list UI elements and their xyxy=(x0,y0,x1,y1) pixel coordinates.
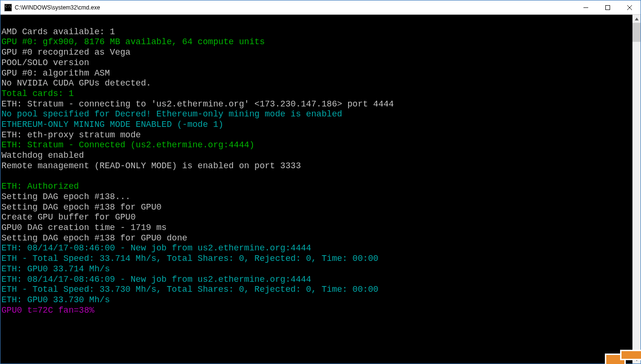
svg-rect-1 xyxy=(606,5,610,10)
console-line: GPU #0: gfx900, 8176 MB available, 64 co… xyxy=(1,37,631,48)
console-line: ETH - Total Speed: 33.714 Mh/s, Total Sh… xyxy=(1,254,631,264)
window-title: C:\WINDOWS\system32\cmd.exe xyxy=(15,4,575,11)
cmd-window: C:\WINDOWS\system32\cmd.exe AMD Cards av… xyxy=(0,0,641,364)
console-line: Create GPU buffer for GPU0 xyxy=(1,212,631,223)
console-line: Total cards: 1 xyxy=(1,89,631,99)
console-line: ETH: Stratum - connecting to 'us2.etherm… xyxy=(1,99,631,110)
console-line: Watchdog enabled xyxy=(1,151,631,161)
svg-marker-4 xyxy=(635,18,639,20)
console-line: Remote management (READ-ONLY MODE) is en… xyxy=(1,161,631,172)
console-line: Setting DAG epoch #138 for GPU0 xyxy=(1,202,631,213)
console-line: No pool specified for Decred! Ethereum-o… xyxy=(1,109,631,120)
console-line: ETH: eth-proxy stratum mode xyxy=(1,130,631,141)
console-line: GPU #0: algorithm ASM xyxy=(1,68,631,79)
console-line: POOL/SOLO version xyxy=(1,58,631,68)
console-area: AMD Cards available: 1GPU #0: gfx900, 81… xyxy=(0,15,641,364)
minimize-button[interactable] xyxy=(575,0,597,14)
svg-marker-5 xyxy=(635,358,639,361)
console-line: ETH: GPU0 33.714 Mh/s xyxy=(1,264,631,275)
console-line: GPU0 t=72C fan=38% xyxy=(1,306,631,316)
scroll-up-icon[interactable] xyxy=(632,15,641,23)
console-line: ETH: Stratum - Connected (us2.ethermine.… xyxy=(1,140,631,151)
console-line: GPU #0 recognized as Vega xyxy=(1,48,631,58)
console-line xyxy=(1,17,631,27)
console-line xyxy=(1,172,631,182)
cmd-icon xyxy=(4,4,12,11)
window-buttons xyxy=(575,0,641,14)
console-line: AMD Cards available: 1 xyxy=(1,27,631,38)
scrollbar[interactable] xyxy=(632,15,641,364)
console-line: Setting DAG epoch #138... xyxy=(1,192,631,202)
console-line: GPU0 DAG creation time - 1719 ms xyxy=(1,223,631,233)
maximize-button[interactable] xyxy=(597,0,619,14)
console-line: ETH: 08/14/17-08:46:00 - New job from us… xyxy=(1,243,631,254)
console-line: ETH: 08/14/17-08:46:09 - New job from us… xyxy=(1,275,631,285)
console-output[interactable]: AMD Cards available: 1GPU #0: gfx900, 81… xyxy=(0,15,632,364)
console-line: No NVIDIA CUDA GPUs detected. xyxy=(1,78,631,89)
scrollbar-thumb[interactable] xyxy=(632,23,641,42)
console-line: ETHEREUM-ONLY MINING MODE ENABLED (-mode… xyxy=(1,120,631,130)
console-line: ETH: GPU0 33.730 Mh/s xyxy=(1,295,631,306)
scroll-down-icon[interactable] xyxy=(632,355,641,364)
close-button[interactable] xyxy=(619,0,641,14)
console-line: Setting DAG epoch #138 for GPU0 done xyxy=(1,233,631,244)
titlebar[interactable]: C:\WINDOWS\system32\cmd.exe xyxy=(0,0,641,15)
console-line: ETH: Authorized xyxy=(1,182,631,192)
console-line: ETH - Total Speed: 33.730 Mh/s, Total Sh… xyxy=(1,285,631,295)
